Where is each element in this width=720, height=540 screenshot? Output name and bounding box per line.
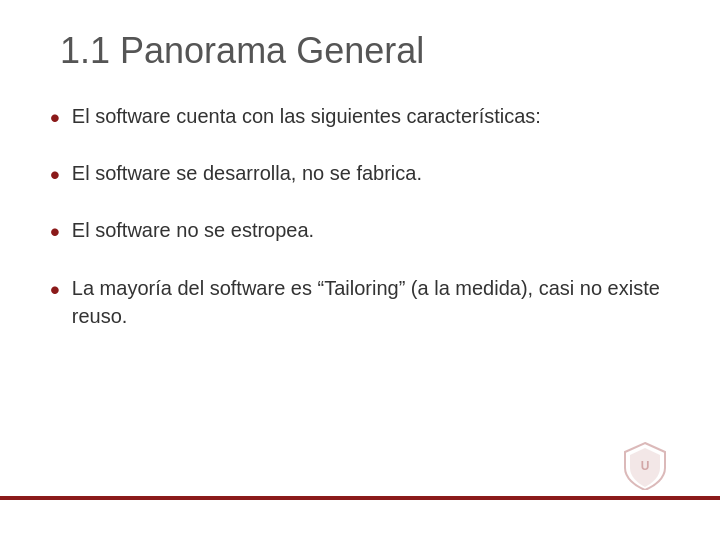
list-item: • El software se desarrolla, no se fabri… xyxy=(50,159,670,194)
bullet-icon: • xyxy=(50,270,60,309)
bullet-text: El software se desarrolla, no se fabrica… xyxy=(72,159,670,187)
bullet-text: El software no se estropea. xyxy=(72,216,670,244)
bullet-list: • El software cuenta con las siguientes … xyxy=(50,102,670,330)
slide-container: 1.1 Panorama General • El software cuent… xyxy=(0,0,720,540)
svg-text:U: U xyxy=(641,459,650,473)
list-item: • El software no se estropea. xyxy=(50,216,670,251)
bullet-icon: • xyxy=(50,98,60,137)
bottom-line xyxy=(0,496,720,500)
list-item: • El software cuenta con las siguientes … xyxy=(50,102,670,137)
bullet-icon: • xyxy=(50,212,60,251)
bullet-text: El software cuenta con las siguientes ca… xyxy=(72,102,670,130)
logo-icon: U xyxy=(620,440,670,490)
logo-area: U xyxy=(620,440,670,490)
bullet-icon: • xyxy=(50,155,60,194)
slide-title: 1.1 Panorama General xyxy=(50,30,670,72)
list-item: • La mayoría del software es “Tailoring”… xyxy=(50,274,670,330)
bullet-text: La mayoría del software es “Tailoring” (… xyxy=(72,274,670,330)
